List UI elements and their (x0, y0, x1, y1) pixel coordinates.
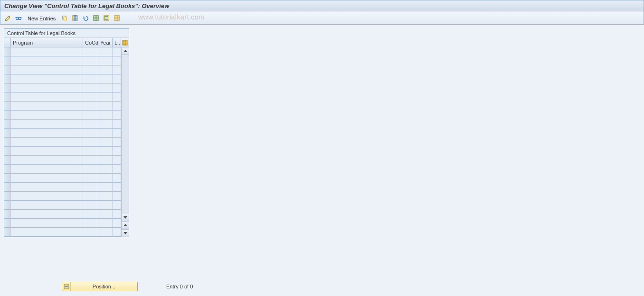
row-selector[interactable] (4, 129, 11, 138)
cell-program[interactable] (11, 165, 83, 174)
cell-program[interactable] (11, 183, 83, 192)
row-selector[interactable] (4, 219, 11, 228)
cell-program[interactable] (11, 92, 83, 102)
row-selector[interactable] (4, 111, 11, 120)
cell-year[interactable] (98, 120, 113, 129)
row-selector[interactable] (4, 201, 11, 210)
row-selector[interactable] (4, 120, 11, 129)
cell-program[interactable] (11, 192, 83, 201)
cell-program[interactable] (11, 210, 83, 219)
cell-year[interactable] (98, 83, 113, 92)
row-selector-header[interactable] (4, 38, 11, 47)
cell-cocd[interactable] (83, 83, 98, 92)
cell-l[interactable] (113, 111, 121, 120)
cell-cocd[interactable] (83, 129, 98, 138)
cell-cocd[interactable] (83, 92, 98, 102)
cell-cocd[interactable] (83, 228, 98, 237)
edit-pencil-icon[interactable] (3, 13, 13, 23)
cell-l[interactable] (113, 201, 121, 210)
column-header-cocd[interactable]: CoCd (83, 38, 98, 47)
cell-cocd[interactable] (83, 147, 98, 156)
cell-program[interactable] (11, 174, 83, 183)
cell-cocd[interactable] (83, 156, 98, 165)
cell-program[interactable] (11, 129, 83, 138)
cell-program[interactable] (11, 201, 83, 210)
row-selector[interactable] (4, 210, 11, 219)
cell-l[interactable] (113, 174, 121, 183)
row-selector[interactable] (4, 165, 11, 174)
cell-l[interactable] (113, 65, 121, 74)
cell-program[interactable] (11, 147, 83, 156)
cell-l[interactable] (113, 183, 121, 192)
cell-program[interactable] (11, 156, 83, 165)
cell-year[interactable] (98, 210, 113, 219)
row-selector[interactable] (4, 174, 11, 183)
cell-year[interactable] (98, 74, 113, 83)
cell-program[interactable] (11, 83, 83, 92)
cell-l[interactable] (113, 92, 121, 102)
cell-cocd[interactable] (83, 192, 98, 201)
cell-cocd[interactable] (83, 120, 98, 129)
cell-year[interactable] (98, 138, 113, 147)
undo-icon[interactable] (81, 13, 90, 23)
row-selector[interactable] (4, 74, 11, 83)
cell-cocd[interactable] (83, 65, 98, 74)
display-glasses-icon[interactable] (14, 13, 23, 23)
cell-cocd[interactable] (83, 138, 98, 147)
cell-year[interactable] (98, 192, 113, 201)
cell-year[interactable] (98, 65, 113, 74)
cell-program[interactable] (11, 219, 83, 228)
cell-program[interactable] (11, 228, 83, 237)
cell-program[interactable] (11, 102, 83, 111)
cell-year[interactable] (98, 92, 113, 102)
new-entries-button[interactable]: New Entries (24, 13, 59, 23)
cell-cocd[interactable] (83, 219, 98, 228)
cell-l[interactable] (113, 156, 121, 165)
scroll-up2-icon[interactable] (122, 222, 129, 229)
column-header-program[interactable]: Program (11, 38, 83, 47)
cell-cocd[interactable] (83, 111, 98, 120)
cell-l[interactable] (113, 47, 121, 56)
row-selector[interactable] (4, 92, 11, 102)
table-settings-icon[interactable] (121, 38, 129, 47)
cell-program[interactable] (11, 47, 83, 56)
cell-l[interactable] (113, 210, 121, 219)
cell-l[interactable] (113, 228, 121, 237)
cell-l[interactable] (113, 56, 121, 65)
row-selector[interactable] (4, 183, 11, 192)
cell-year[interactable] (98, 201, 113, 210)
cell-program[interactable] (11, 111, 83, 120)
cell-year[interactable] (98, 47, 113, 56)
cell-year[interactable] (98, 129, 113, 138)
cell-year[interactable] (98, 56, 113, 65)
row-selector[interactable] (4, 156, 11, 165)
cell-program[interactable] (11, 56, 83, 65)
column-header-l[interactable]: L.. (113, 38, 121, 47)
scroll-up-icon[interactable] (122, 47, 129, 55)
cell-l[interactable] (113, 83, 121, 92)
cell-year[interactable] (98, 174, 113, 183)
cell-l[interactable] (113, 138, 121, 147)
cell-l[interactable] (113, 219, 121, 228)
scroll-down2-icon[interactable] (122, 229, 129, 237)
row-selector[interactable] (4, 47, 11, 56)
select-block-icon[interactable] (102, 13, 111, 23)
row-selector[interactable] (4, 192, 11, 201)
cell-cocd[interactable] (83, 210, 98, 219)
cell-program[interactable] (11, 120, 83, 129)
cell-year[interactable] (98, 165, 113, 174)
row-selector[interactable] (4, 56, 11, 65)
cell-cocd[interactable] (83, 47, 98, 56)
cell-year[interactable] (98, 156, 113, 165)
row-selector[interactable] (4, 138, 11, 147)
cell-l[interactable] (113, 165, 121, 174)
row-selector[interactable] (4, 102, 11, 111)
cell-year[interactable] (98, 183, 113, 192)
position-button[interactable]: Position... (62, 282, 138, 291)
cell-cocd[interactable] (83, 102, 98, 111)
cell-cocd[interactable] (83, 56, 98, 65)
cell-year[interactable] (98, 111, 113, 120)
cell-l[interactable] (113, 102, 121, 111)
cell-l[interactable] (113, 74, 121, 83)
column-header-year[interactable]: Year (98, 38, 113, 47)
